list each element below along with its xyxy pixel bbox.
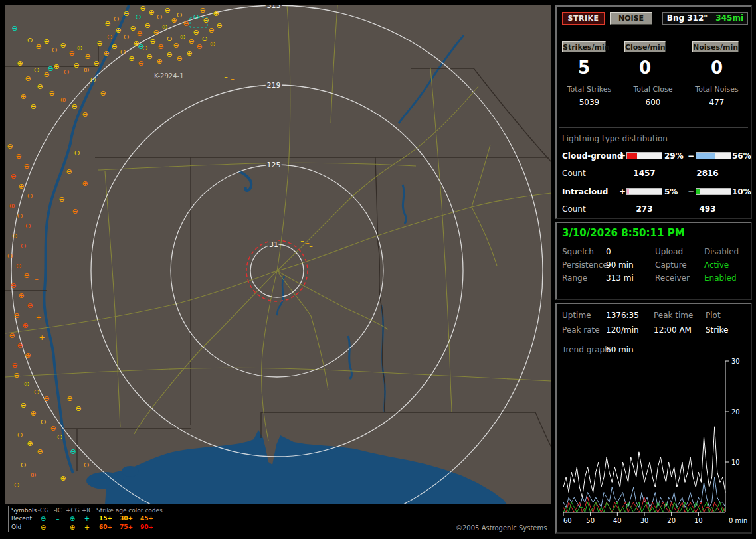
strike-marker: ⊖ bbox=[50, 424, 56, 433]
strike-marker: ⊖ bbox=[111, 42, 117, 51]
squelch-row: Squelch 0 Upload Disabled bbox=[557, 247, 751, 258]
strike-marker: ⊕ bbox=[15, 152, 21, 161]
legend-recent-label: Recent bbox=[11, 515, 32, 522]
strike-marker: ⊖ bbox=[164, 6, 170, 15]
strike-marker: ⊕ bbox=[60, 474, 66, 483]
uptime-value: 1376:35 bbox=[606, 311, 639, 320]
upload-label: Upload bbox=[655, 247, 683, 256]
strike-marker: ⊕ bbox=[136, 29, 142, 38]
strike-marker: ⊖ bbox=[113, 15, 119, 23]
capture-label: Capture bbox=[655, 260, 687, 270]
cg-minus-percent: 56% bbox=[732, 151, 755, 161]
range-value: 313 mi bbox=[606, 273, 634, 283]
minus-sign: − bbox=[688, 151, 694, 161]
map-background bbox=[5, 5, 551, 504]
x-tick-label: 40 bbox=[613, 517, 622, 524]
y-tick-label: 20 bbox=[731, 408, 740, 416]
chart-axes bbox=[563, 361, 725, 512]
strike-marker: ⊖ bbox=[123, 9, 129, 18]
strike-marker: ⊕ bbox=[43, 37, 49, 46]
legend-col-pos-ic: +IC bbox=[80, 507, 94, 514]
strike-marker: ⊕ bbox=[82, 179, 88, 188]
strike-marker: – bbox=[300, 236, 304, 245]
plus-sign: + bbox=[619, 187, 626, 196]
total-noises-value: 477 bbox=[683, 98, 751, 107]
noises-per-min-button[interactable]: Noises/min bbox=[692, 41, 739, 52]
receiver-label: Receiver bbox=[655, 273, 690, 283]
peak-rate-label: Peak rate bbox=[562, 325, 600, 335]
strike-marker: ⊕ bbox=[27, 439, 33, 448]
strike-marker: ⊖ bbox=[138, 42, 143, 51]
strike-marker: + bbox=[39, 333, 45, 342]
strike-button[interactable]: STRIKE bbox=[562, 12, 605, 25]
strike-marker: ⊖ bbox=[13, 481, 19, 489]
strike-marker: ⊖ bbox=[93, 59, 99, 68]
cg-minus-count: 2816 bbox=[690, 169, 725, 178]
strike-marker: ⊕ bbox=[18, 291, 24, 300]
strike-marker: ⊖ bbox=[123, 33, 129, 41]
total-noises-label: Total Noises bbox=[683, 85, 751, 94]
legend-old-label: Old bbox=[11, 524, 21, 530]
strikes-per-min-value: 5 bbox=[562, 58, 606, 77]
legend-col-neg-ic: -IC bbox=[51, 507, 64, 514]
lightning-map[interactable]: 31321912531⊖⊕⊖⊖⊕⊖⊖⊕⊖⊖⊕⊖⊖⊕⊖⊖⊕⊖⊖⊕⊖⊖⊖⊕⊖⊖⊕⊖⊖… bbox=[5, 5, 551, 504]
strike-marker: ⊕ bbox=[15, 262, 21, 270]
receiver-status: Enabled bbox=[704, 273, 737, 283]
strike-marker: ⊕ bbox=[156, 57, 162, 66]
ic-plus-count: 273 bbox=[626, 204, 662, 214]
strike-marker: ⊖ bbox=[75, 404, 81, 413]
strike-marker: ⊖ bbox=[72, 207, 78, 216]
ring-label: 31 bbox=[269, 240, 278, 249]
strike-marker: ⊕ bbox=[157, 42, 163, 51]
strike-marker: ⊕ bbox=[179, 33, 185, 41]
map-legend: Symbols -CG -IC +CG +IC Strike age color… bbox=[8, 506, 171, 532]
strike-marker: ⊖ bbox=[13, 311, 19, 320]
intracloud-row: Intracloud + 5% − 10% bbox=[557, 187, 751, 197]
strike-marker: ⊖ bbox=[96, 39, 102, 48]
strike-marker: – bbox=[231, 74, 235, 83]
range-label: Range bbox=[562, 273, 587, 283]
noise-button[interactable]: NOISE bbox=[610, 12, 652, 25]
age-60: 60+ bbox=[99, 524, 112, 530]
strike-marker: ⊖ bbox=[10, 281, 16, 290]
map-canvas[interactable]: 31321912531⊖⊕⊖⊖⊕⊖⊖⊕⊖⊖⊕⊖⊖⊕⊖⊖⊕⊖⊖⊕⊖⊖⊖⊕⊖⊖⊕⊖⊖… bbox=[5, 5, 551, 504]
strike-marker: ⊖ bbox=[48, 89, 54, 98]
strike-marker: ⊖ bbox=[83, 461, 89, 469]
peak-time-label: Peak time bbox=[654, 311, 693, 320]
strike-marker: – bbox=[224, 72, 228, 81]
strike-marker: ⊖ bbox=[20, 461, 26, 469]
x-end-label: 0 min bbox=[729, 517, 747, 524]
ic-minus-bar bbox=[696, 188, 731, 195]
strike-marker: ⊖ bbox=[188, 37, 194, 46]
strike-marker: ⊖ bbox=[35, 42, 41, 51]
cg-plus-count: 1457 bbox=[626, 169, 662, 178]
strike-marker: + bbox=[35, 313, 41, 322]
strike-marker: ⊕ bbox=[22, 321, 28, 330]
count-label: Count bbox=[562, 169, 586, 178]
strike-marker: ⊖ bbox=[27, 36, 33, 44]
strike-marker: ⊖ bbox=[11, 24, 17, 33]
trend-panel: Uptime 1376:35 Peak time Plot Peak rate … bbox=[555, 303, 752, 534]
strike-marker: ⊕ bbox=[11, 232, 17, 240]
total-close-label: Total Close bbox=[620, 85, 686, 94]
strike-marker: ⊖ bbox=[201, 35, 207, 43]
strike-marker: ⊖ bbox=[104, 19, 110, 28]
strike-marker: ⊕ bbox=[30, 471, 36, 479]
strike-marker: ⊖ bbox=[100, 89, 106, 98]
recent-neg-ic-icon: – bbox=[51, 515, 64, 522]
squelch-value: 0 bbox=[606, 247, 611, 256]
strike-marker: ⊖ bbox=[37, 82, 43, 91]
strike-marker: ⊖ bbox=[60, 41, 66, 50]
strike-marker: ⊖ bbox=[56, 433, 62, 441]
strike-marker: ⊖ bbox=[106, 33, 112, 41]
strikes-per-min-button[interactable]: Strikes/min bbox=[562, 41, 606, 52]
squelch-label: Squelch bbox=[562, 247, 594, 256]
strike-marker: ⊕ bbox=[53, 62, 59, 71]
close-per-min-button[interactable]: Close/min bbox=[624, 41, 666, 52]
section-divider bbox=[559, 127, 748, 128]
strike-marker: ⊖ bbox=[23, 271, 29, 280]
strike-marker: ⊖ bbox=[73, 61, 79, 70]
strike-marker: ⊖ bbox=[149, 37, 155, 46]
strike-marker: ⊖ bbox=[193, 28, 199, 37]
strike-marker: ⊕ bbox=[186, 49, 192, 58]
